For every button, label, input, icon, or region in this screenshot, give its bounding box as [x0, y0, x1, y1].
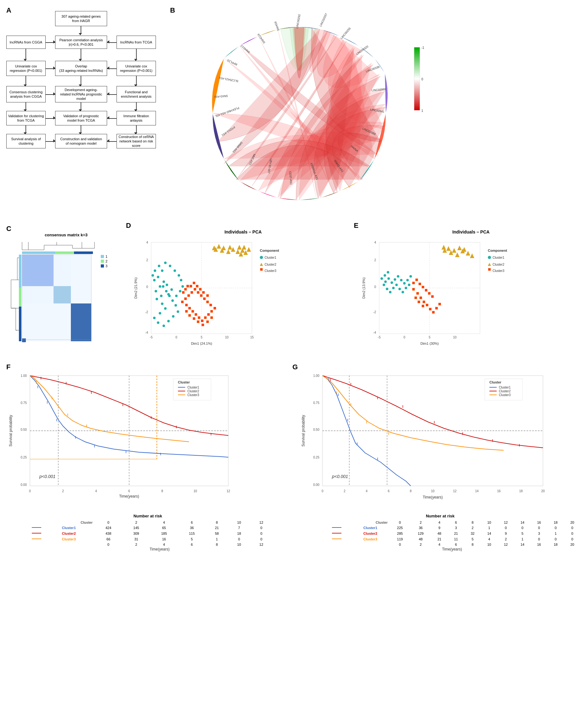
- survival-f-legend-c3: Cluster3: [187, 393, 199, 397]
- valid-clust-box: Validation for clusteringfrom TCGA: [6, 111, 46, 125]
- svg-text:10: 10: [431, 489, 435, 493]
- legend-color-3: [101, 264, 104, 267]
- svg-rect-104: [184, 297, 187, 300]
- svg-rect-168: [420, 296, 422, 299]
- panel-f: F 1.00 0.75 0.50 0.25 0.00 Survival prob…: [6, 363, 289, 551]
- survival-f-legend-c2: Cluster2: [187, 390, 199, 393]
- svg-rect-100: [197, 320, 199, 323]
- chord-label: LINC00255: [340, 27, 352, 40]
- svg-text:0: 0: [29, 489, 31, 493]
- svg-point-55: [171, 299, 174, 302]
- svg-rect-169: [423, 300, 425, 303]
- survival-f-y-label: Survival probability: [8, 415, 13, 447]
- consensus-box: Consensus clusteringanalysis from CGGA: [6, 86, 46, 102]
- svg-text:12: 12: [226, 489, 230, 493]
- cluster2-bar: [19, 288, 21, 307]
- survival-g-pvalue: p<0.001: [332, 474, 348, 479]
- survival-g-legend-c2: Cluster2: [499, 390, 511, 393]
- risk-table-header: Cluster 0 2 4 6 8 10 12: [30, 520, 273, 525]
- heatmap-c1c1: [22, 255, 54, 286]
- cerna-box: Construction of ceRNAnetwork based on ri…: [116, 134, 156, 149]
- svg-point-48: [153, 317, 156, 319]
- svg-text:-4: -4: [145, 331, 148, 334]
- svg-rect-109: [200, 294, 202, 297]
- svg-point-140: [401, 291, 404, 293]
- svg-point-60: [151, 274, 154, 277]
- uni-cox-right-box: Univariate coxregression (P<0.001): [116, 61, 156, 76]
- cluster2-top-bar: [55, 252, 74, 254]
- pca-e-legend-title: Component: [488, 248, 507, 253]
- legend-label-3: 3: [106, 264, 107, 268]
- svg-text:10: 10: [453, 336, 457, 339]
- survival-f-legend-title: Cluster: [178, 380, 190, 384]
- svg-point-61: [154, 269, 156, 272]
- legend-c3-sq: [260, 268, 263, 271]
- svg-text:2: 2: [374, 258, 376, 262]
- svg-rect-176: [418, 300, 420, 303]
- svg-text:10: 10: [225, 336, 229, 339]
- dev-model-box: Development ageing-related lncRNAs progn…: [55, 86, 107, 102]
- svg-text:14: 14: [475, 489, 479, 493]
- survival-g-legend-c1: Cluster1: [499, 386, 511, 389]
- svg-point-141: [405, 287, 407, 289]
- risk-row-g-c2: Cluster2 285 129 48 21 32 14 9 5 3 1 0: [323, 531, 581, 536]
- svg-rect-108: [197, 291, 199, 294]
- svg-text:10: 10: [193, 489, 197, 493]
- svg-point-41: [166, 284, 168, 286]
- svg-point-153: [387, 271, 389, 273]
- svg-text:0.00: 0.00: [313, 483, 319, 487]
- svg-rect-119: [199, 288, 201, 291]
- svg-text:0.25: 0.25: [21, 456, 27, 459]
- svg-point-148: [400, 279, 402, 281]
- svg-point-38: [159, 285, 161, 288]
- svg-text:12: 12: [453, 489, 457, 493]
- svg-rect-86: [181, 300, 184, 303]
- survival-f-svg: 1.00 0.75 0.50 0.25 0.00 Survival probab…: [6, 371, 280, 509]
- svg-rect-180: [419, 283, 421, 285]
- svg-text:2: 2: [62, 489, 64, 493]
- panel-c: C consensus matrix k=3: [6, 225, 126, 357]
- survival-g-container: 1.00 0.75 0.50 0.25 0.00 Survival probab…: [299, 371, 582, 551]
- legend-c3-label: Cluster3: [264, 269, 277, 272]
- svg-rect-97: [185, 310, 188, 313]
- svg-rect-93: [204, 316, 206, 319]
- panel-b-label: B: [170, 6, 175, 15]
- legend-label-1: 1: [106, 255, 107, 258]
- svg-point-35: [161, 269, 164, 272]
- svg-text:0.00: 0.00: [21, 483, 27, 487]
- pca-d-x-label: Dim1 (24.1%): [191, 342, 212, 345]
- consensus-matrix-container: consensus matrix k=3: [6, 233, 126, 343]
- svg-point-39: [155, 290, 157, 292]
- svg-point-152: [384, 274, 386, 277]
- heatmap-svg: [6, 239, 97, 343]
- svg-text:5: 5: [429, 336, 430, 339]
- svg-text:8: 8: [410, 489, 412, 493]
- svg-point-46: [164, 307, 167, 310]
- legend-label-2: 2: [106, 259, 107, 263]
- svg-point-70: [175, 295, 178, 297]
- panel-b: B: [170, 6, 582, 215]
- svg-point-147: [397, 275, 399, 278]
- svg-point-150: [406, 279, 409, 281]
- svg-point-151: [410, 275, 412, 278]
- svg-rect-90: [195, 313, 197, 316]
- valid-prog-box: Validation of prognosticmodel from TCGA: [55, 111, 107, 125]
- svg-point-143: [384, 281, 387, 283]
- svg-text:0: 0: [175, 336, 177, 339]
- svg-rect-121: [206, 294, 209, 297]
- svg-point-44: [156, 298, 158, 300]
- svg-point-51: [167, 320, 170, 322]
- pca-e-container: Individuals – PCA -5 0 5 10 4 2 0 -2 -4 …: [360, 229, 582, 357]
- scale-label: 1: [421, 109, 423, 112]
- cluster1-top-bar: [22, 252, 55, 254]
- svg-rect-106: [191, 291, 193, 294]
- svg-point-37: [163, 281, 165, 283]
- risk-table-g-title: Number at risk: [299, 514, 582, 518]
- chord-label: LINC02037: [319, 12, 328, 27]
- tcga-lncrna-box: lncRNAs from TCGA: [116, 35, 156, 49]
- svg-point-54: [174, 304, 177, 307]
- svg-rect-179: [415, 279, 418, 281]
- svg-point-57: [165, 290, 168, 292]
- svg-rect-184: [431, 295, 434, 298]
- survival-f-container: 1.00 0.75 0.50 0.25 0.00 Survival probab…: [6, 371, 289, 551]
